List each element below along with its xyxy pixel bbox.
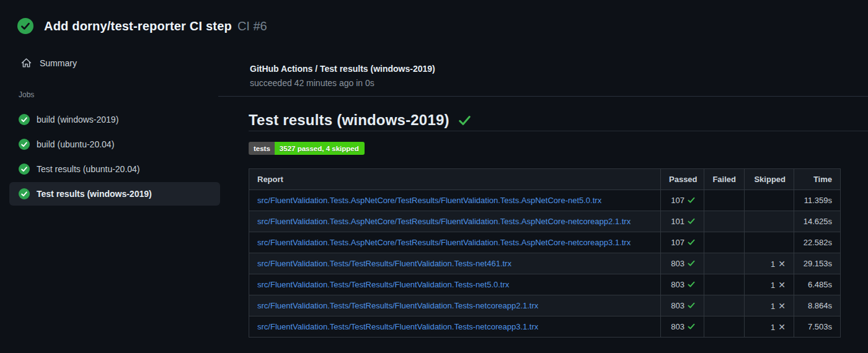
passed-cell: 803 <box>661 274 704 295</box>
report-link[interactable]: src/FluentValidation.Tests.AspNetCore/Te… <box>257 217 631 226</box>
column-header-report: Report <box>249 169 661 190</box>
tests-badge[interactable]: tests 3527 passed, 4 skipped <box>249 142 365 155</box>
report-cell: src/FluentValidation.Tests/TestResults/F… <box>249 295 661 316</box>
table-row: src/FluentValidation.Tests.AspNetCore/Te… <box>249 232 841 253</box>
job-header-divider <box>218 96 868 97</box>
column-header-time: Time <box>794 169 841 190</box>
job-success-icon <box>19 114 30 125</box>
passed-cell: 803 <box>661 316 704 338</box>
job-item-label: Test results (windows-2019) <box>37 189 152 199</box>
report-link[interactable]: src/FluentValidation.Tests/TestResults/F… <box>257 301 538 310</box>
passed-cell: 803 <box>661 295 704 316</box>
report-cell: src/FluentValidation.Tests/TestResults/F… <box>249 253 661 274</box>
report-cell: src/FluentValidation.Tests.AspNetCore/Te… <box>249 190 661 211</box>
job-header-title: GitHub Actions / Test results (windows-2… <box>250 64 435 74</box>
skipped-cell <box>745 211 794 232</box>
run-number: CI #6 <box>237 19 267 33</box>
time-cell: 11.359s <box>794 190 841 211</box>
sidebar-job-item[interactable]: build (ubuntu-20.04) <box>9 133 220 156</box>
passed-cell: 101 <box>661 211 704 232</box>
skipped-x-icon: ✕ <box>778 259 786 269</box>
run-title: Add dorny/test-reporter CI step <box>44 19 232 33</box>
table-header-row: Report Passed Failed Skipped Time <box>249 169 841 190</box>
time-cell: 6.485s <box>794 274 841 295</box>
table-row: src/FluentValidation.Tests/TestResults/F… <box>249 274 841 295</box>
column-header-failed: Failed <box>704 169 745 190</box>
skipped-cell: 1✕ <box>745 295 794 316</box>
skipped-cell <box>745 190 794 211</box>
job-item-label: build (windows-2019) <box>37 115 118 124</box>
heading-check-icon <box>458 113 472 128</box>
job-success-icon <box>19 163 30 175</box>
failed-cell <box>704 232 745 253</box>
job-success-icon <box>19 188 30 199</box>
failed-cell <box>704 253 745 274</box>
failed-cell <box>704 295 745 316</box>
run-success-icon <box>17 18 33 34</box>
passed-cell: 107 <box>661 232 704 253</box>
passed-cell: 107 <box>661 190 704 211</box>
job-item-label: Test results (ubuntu-20.04) <box>37 164 140 174</box>
report-link[interactable]: src/FluentValidation.Tests.AspNetCore/Te… <box>257 238 631 247</box>
home-icon <box>21 58 32 68</box>
column-header-skipped: Skipped <box>745 169 794 190</box>
report-link[interactable]: src/FluentValidation.Tests.AspNetCore/Te… <box>257 196 601 205</box>
skipped-x-icon: ✕ <box>778 301 786 311</box>
table-row: src/FluentValidation.Tests.AspNetCore/Te… <box>249 190 841 211</box>
failed-cell <box>704 316 745 338</box>
sidebar-summary-label: Summary <box>40 58 77 68</box>
table-row: src/FluentValidation.Tests/TestResults/F… <box>249 295 841 316</box>
failed-cell <box>704 190 745 211</box>
skipped-x-icon: ✕ <box>778 322 786 332</box>
report-link[interactable]: src/FluentValidation.Tests/TestResults/F… <box>257 259 512 268</box>
time-cell: 8.864s <box>794 295 841 316</box>
time-cell: 7.503s <box>794 316 841 338</box>
report-cell: src/FluentValidation.Tests.AspNetCore/Te… <box>249 211 661 232</box>
run-header: Add dorny/test-reporter CI step CI #6 <box>17 18 267 34</box>
report-cell: src/FluentValidation.Tests/TestResults/F… <box>249 274 661 295</box>
job-success-icon <box>19 139 30 150</box>
table-row: src/FluentValidation.Tests/TestResults/F… <box>249 253 841 274</box>
skipped-cell: 1✕ <box>745 253 794 274</box>
report-cell: src/FluentValidation.Tests/TestResults/F… <box>249 316 661 338</box>
report-cell: src/FluentValidation.Tests.AspNetCore/Te… <box>249 232 661 253</box>
skipped-x-icon: ✕ <box>778 280 786 290</box>
jobs-section-label: Jobs <box>19 90 34 99</box>
time-cell: 29.153s <box>794 253 841 274</box>
report-heading: Test results (windows-2019) <box>249 111 450 129</box>
tests-badge-value: 3527 passed, 4 skipped <box>275 142 365 155</box>
job-status-line: succeeded 42 minutes ago in 0s <box>250 78 374 88</box>
table-row: src/FluentValidation.Tests/TestResults/F… <box>249 316 841 338</box>
sidebar-job-item[interactable]: Test results (windows-2019) <box>9 182 220 206</box>
column-header-passed: Passed <box>661 169 704 190</box>
sidebar-item-summary[interactable]: Summary <box>21 58 77 68</box>
time-cell: 14.625s <box>794 211 841 232</box>
sidebar-job-item[interactable]: build (windows-2019) <box>9 108 220 131</box>
test-results-table: Report Passed Failed Skipped Time src/Fl… <box>249 168 841 338</box>
skipped-cell <box>745 232 794 253</box>
table-row: src/FluentValidation.Tests.AspNetCore/Te… <box>249 211 841 232</box>
skipped-cell: 1✕ <box>745 274 794 295</box>
failed-cell <box>704 274 745 295</box>
report-link[interactable]: src/FluentValidation.Tests/TestResults/F… <box>257 322 538 331</box>
report-link[interactable]: src/FluentValidation.Tests/TestResults/F… <box>257 280 509 289</box>
sidebar-job-item[interactable]: Test results (ubuntu-20.04) <box>9 157 220 181</box>
report-heading-row: Test results (windows-2019) <box>249 111 472 129</box>
job-item-label: build (ubuntu-20.04) <box>37 139 114 149</box>
workflow-run-page: Add dorny/test-reporter CI step CI #6 Su… <box>0 0 868 353</box>
report-heading-divider <box>249 131 868 131</box>
failed-cell <box>704 211 745 232</box>
time-cell: 22.582s <box>794 232 841 253</box>
tests-badge-label: tests <box>249 142 275 155</box>
skipped-cell: 1✕ <box>745 316 794 338</box>
passed-cell: 803 <box>661 253 704 274</box>
